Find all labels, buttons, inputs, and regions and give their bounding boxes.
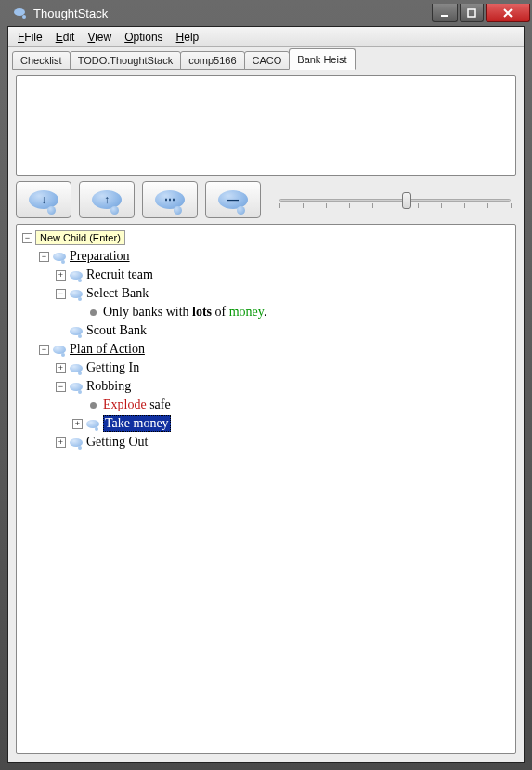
tab-bank-heist[interactable]: Bank Heist [289,48,355,70]
thought-icon [69,269,84,281]
thought-icon [52,251,67,262]
tree-panel[interactable]: −New Child (Enter)−Preparation+Recruit t… [16,224,516,754]
toggle-spacer [72,400,83,411]
tree-node[interactable]: Only banks with lots of money. [22,303,510,321]
tree-node-label: New Child (Enter) [35,230,125,245]
slider-tick [279,203,280,208]
toggle-spacer [72,307,83,318]
tab-todo-thoughtstack[interactable]: TODO.ThoughtStack [70,51,182,70]
tree-node-label: Recruit team [86,268,153,282]
expand-toggle[interactable]: + [56,437,66,448]
window-controls [432,4,530,22]
tree-node[interactable]: −Preparation [22,247,510,266]
tree-node[interactable]: +Getting Out [22,433,510,451]
menu-options[interactable]: Options [119,29,168,46]
client-area: FFile Edit View Options Help ChecklistTO… [7,26,525,763]
note-editor[interactable] [16,75,516,176]
tree-node[interactable]: −Select Bank [22,284,510,303]
thought-icon [69,325,84,336]
expand-toggle[interactable]: + [72,419,83,429]
new-sibling-button[interactable]: ↑ [79,181,135,218]
svg-point-1 [22,15,26,19]
thought-icon [85,418,100,429]
tree-node[interactable]: +Take money [22,414,510,433]
slider-tick [511,203,512,208]
maximize-button[interactable] [460,4,484,22]
expand-toggle[interactable]: − [22,233,32,243]
tree-root[interactable]: −New Child (Enter) [22,228,510,247]
slider-thumb[interactable] [402,192,411,209]
menubar: FFile Edit View Options Help [8,27,524,47]
thought-icon [52,344,67,355]
slider-tick [418,203,419,208]
thought-icon [69,362,84,373]
tree-node[interactable]: −Plan of Action [22,340,510,359]
app-icon [13,6,28,20]
tree-node[interactable]: −Robbing [22,377,510,396]
expand-toggle[interactable]: + [56,363,66,373]
tree-node-label: Preparation [70,249,130,264]
expand-toggle[interactable]: − [39,345,49,355]
app-window: ThoughtStack FFile Edit View Options Hel… [0,0,532,770]
more-button[interactable]: ⋯ [142,181,198,218]
window-title: ThoughtStack [33,7,108,20]
content-area: ↓ ↑ ⋯ — −New Child (Enter)−Preparation+R… [8,70,524,762]
new-child-button[interactable]: ↓ [16,181,71,218]
bubble-icon: ↓ [29,190,58,209]
tree-node-label: Plan of Action [70,342,145,357]
expand-toggle[interactable]: + [56,270,66,281]
svg-rect-3 [468,9,475,17]
tab-checklist[interactable]: Checklist [12,51,71,70]
slider-tick [326,203,327,208]
tree-node-label: Robbing [86,379,131,394]
slider-tick [396,203,396,208]
tree-node-label: Getting Out [86,435,149,450]
slider-tick [441,203,442,208]
tree-node[interactable]: Explode safe [22,396,510,414]
svg-point-0 [14,8,25,16]
tab-comp5166[interactable]: comp5166 [180,51,244,70]
toolbar: ↓ ↑ ⋯ — [16,181,516,218]
thought-icon [69,288,84,299]
tabbar: ChecklistTODO.ThoughtStackcomp5166CACOBa… [8,47,524,70]
tree-node[interactable]: Scout Bank [22,321,510,340]
slider-tick [487,203,488,208]
zoom-slider[interactable] [279,188,511,212]
bullet-icon [85,307,100,318]
toggle-spacer [56,326,66,336]
expand-toggle[interactable]: − [56,289,66,299]
titlebar[interactable]: ThoughtStack [7,0,525,26]
thought-icon [69,381,84,392]
bullet-icon [85,399,100,411]
collapse-button[interactable]: — [205,181,261,218]
bubble-icon: — [218,190,248,209]
slider-tick [464,203,465,208]
bubble-icon: ↑ [92,190,122,209]
tree-node-label: Explode safe [103,398,171,412]
svg-rect-2 [441,15,448,17]
menu-help[interactable]: Help [171,29,205,46]
expand-toggle[interactable]: − [56,382,66,392]
tree-node-label: Scout Bank [86,323,147,338]
slider-tick [372,203,373,208]
minimize-button[interactable] [432,4,458,22]
thought-icon [69,437,84,448]
tree-node-label: Getting In [86,360,139,375]
menu-edit[interactable]: Edit [50,29,81,46]
expand-toggle[interactable]: − [39,252,49,262]
slider-track [279,199,511,202]
menu-file[interactable]: FFile [12,29,48,46]
menu-view[interactable]: View [82,29,117,46]
tree-node-label: Take money [103,415,171,432]
tab-caco[interactable]: CACO [244,51,291,70]
slider-tick [303,203,304,208]
tree-node[interactable]: +Getting In [22,359,510,377]
tree-node[interactable]: +Recruit team [22,266,510,284]
slider-tick [349,203,350,208]
close-button[interactable] [486,4,530,22]
tree-node-label: Select Bank [86,286,149,301]
bubble-icon: ⋯ [155,190,185,209]
tree-node-label: Only banks with lots of money. [103,305,266,320]
